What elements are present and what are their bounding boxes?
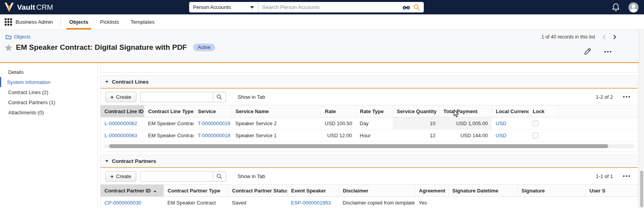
lock-checkbox[interactable]: [533, 133, 538, 138]
sort-ascending-icon: [153, 190, 157, 192]
search-icon[interactable]: [413, 4, 420, 10]
search-scope-dropdown[interactable]: Person Accounts: [189, 2, 258, 12]
more-actions-icon[interactable]: [604, 51, 611, 52]
contract-partner-id-link[interactable]: CP-0000000030: [104, 200, 141, 206]
local-currency-link[interactable]: USD: [496, 121, 506, 126]
cell-service-quantity: 12: [393, 129, 439, 142]
col-local-currency[interactable]: Local Currency: [492, 105, 529, 117]
col-contract-partner-status[interactable]: Contract Partner Status: [228, 185, 287, 197]
plus-icon: +: [110, 173, 114, 179]
app-switcher-icon[interactable]: [5, 18, 12, 26]
vertical-scrollbar[interactable]: [639, 30, 644, 208]
col-service-quantity[interactable]: Service Quantity: [393, 105, 439, 117]
col-user-signature[interactable]: User S: [585, 185, 638, 197]
breadcrumb[interactable]: Objects: [5, 34, 30, 40]
lock-checkbox[interactable]: [533, 121, 538, 126]
contract-lines-filter-input[interactable]: [140, 92, 213, 102]
col-label: Service: [198, 108, 216, 114]
contract-partners-search-button[interactable]: [213, 171, 226, 182]
status-badge: Active: [193, 44, 215, 51]
record-count-text: 1 of 40 records in this list: [541, 34, 595, 40]
contract-partners-filter-input[interactable]: [140, 171, 213, 182]
nav-divider: [61, 18, 61, 26]
app-name: Business Admin: [16, 19, 53, 25]
vertical-scrollbar-thumb[interactable]: [640, 171, 643, 207]
col-contract-line-id[interactable]: Contract Line ID: [101, 105, 144, 117]
local-currency-link[interactable]: USD: [496, 133, 506, 138]
col-rate-type[interactable]: Rate Type: [356, 105, 393, 117]
col-service-name[interactable]: Service Name: [231, 105, 321, 117]
col-event-speaker[interactable]: Event Speaker: [287, 185, 339, 197]
breadcrumb-objects-link[interactable]: Objects: [14, 34, 30, 40]
sidebar-item-contract-partners[interactable]: Contract Partners (1): [0, 97, 97, 107]
col-disclaimer[interactable]: Disclaimer: [339, 185, 415, 197]
col-agreement[interactable]: Agreement: [415, 185, 448, 197]
col-signature-datetime[interactable]: Signature Datetime: [448, 185, 517, 197]
col-lock[interactable]: Lock: [529, 105, 558, 117]
contract-partners-header[interactable]: Contract Partners: [101, 155, 638, 168]
sidebar-item-attachments[interactable]: Attachments (0): [0, 107, 97, 117]
contract-lines-show-in-tab-link[interactable]: Show in Tab: [238, 94, 265, 100]
cell-service-name: Speaker Service 1: [231, 129, 321, 142]
col-total-payment[interactable]: Total Payment: [439, 105, 492, 117]
col-signature[interactable]: Signature: [517, 185, 585, 197]
col-label: Signature: [522, 188, 545, 194]
create-button-label: Create: [116, 94, 131, 100]
sidebar-item-label: System Information: [7, 79, 50, 85]
favorite-star-icon[interactable]: [5, 44, 12, 51]
global-search-input[interactable]: [258, 4, 402, 10]
contract-partners-section: Contract Partners + Create Show in Ta: [100, 155, 638, 207]
avatar-body: [630, 9, 637, 12]
previous-record-icon[interactable]: [602, 34, 606, 40]
plus-icon: +: [110, 94, 114, 100]
contract-partners-more-icon[interactable]: [623, 175, 630, 177]
sidebar-item-system-information[interactable]: System Information: [0, 77, 97, 87]
horizontal-scrollbar-thumb[interactable]: [109, 144, 608, 148]
col-contract-partner-type[interactable]: Contract Partner Type: [164, 185, 228, 197]
event-speaker-link[interactable]: ESP-0000001953: [291, 200, 331, 206]
contract-partners-table: Contract Partner ID Contract Partner Typ…: [101, 184, 638, 207]
col-contract-line-type[interactable]: Contract Line Type: [144, 105, 194, 117]
create-contract-line-button[interactable]: + Create: [105, 92, 136, 102]
vault-crm-logo[interactable]: Vault CRM: [4, 2, 53, 12]
service-link[interactable]: T-0000000019: [198, 121, 230, 126]
sidebar-item-contract-lines[interactable]: Contract Lines (2): [0, 87, 97, 97]
sidebar-item-details[interactable]: Details: [0, 67, 97, 77]
col-label: Service Name: [236, 108, 269, 114]
cell-signature-datetime: [448, 197, 517, 208]
table-row: CP-0000000030 EM Speaker Contract Saved …: [101, 197, 638, 208]
tab-objects[interactable]: Objects: [63, 14, 94, 30]
topbar-actions: [612, 0, 639, 14]
contract-lines-search-button[interactable]: [213, 92, 226, 102]
user-avatar[interactable]: [628, 2, 639, 12]
cell-disclaimer: Disclaimer copied from template: [339, 197, 415, 208]
next-record-icon[interactable]: [613, 34, 617, 40]
contract-lines-header[interactable]: Contract Lines: [101, 76, 638, 89]
service-link[interactable]: T-0000000018: [198, 133, 230, 138]
contract-line-id-link[interactable]: L-0000000062: [104, 121, 137, 126]
contract-lines-toolbar-right: 1-2 of 2: [596, 94, 633, 100]
cell-rate: USD 12.00: [321, 129, 356, 142]
advanced-search-icon[interactable]: [402, 5, 410, 10]
create-contract-partner-button[interactable]: + Create: [105, 171, 136, 182]
cell-total-payment: USD 144.00: [439, 129, 492, 142]
cell-user-signature: [585, 197, 638, 208]
col-contract-partner-id[interactable]: Contract Partner ID: [101, 185, 164, 197]
tab-templates[interactable]: Templates: [125, 14, 160, 30]
horizontal-scrollbar[interactable]: [104, 144, 635, 148]
contract-lines-more-icon[interactable]: [623, 96, 630, 98]
contract-partners-show-in-tab-link[interactable]: Show in Tab: [238, 173, 265, 179]
col-label: Local Currency: [496, 108, 529, 114]
edit-pencil-icon[interactable]: [584, 48, 591, 55]
sidebar-item-label: Contract Partners (1): [8, 100, 55, 105]
tab-picklists[interactable]: Picklists: [94, 14, 125, 30]
record-header: Objects 1 of 40 records in this list EM …: [0, 30, 644, 63]
col-label: Signature Datetime: [453, 188, 498, 194]
notifications-icon[interactable]: [612, 3, 620, 12]
col-rate[interactable]: Rate: [321, 105, 356, 117]
record-pagination: 1 of 40 records in this list: [541, 34, 617, 40]
col-service[interactable]: Service: [194, 105, 231, 117]
contract-lines-table: Contract Line ID Contract Line Type Serv…: [101, 105, 638, 142]
contract-line-id-link[interactable]: L-0000000063: [104, 133, 137, 138]
cell-signature: [517, 197, 585, 208]
